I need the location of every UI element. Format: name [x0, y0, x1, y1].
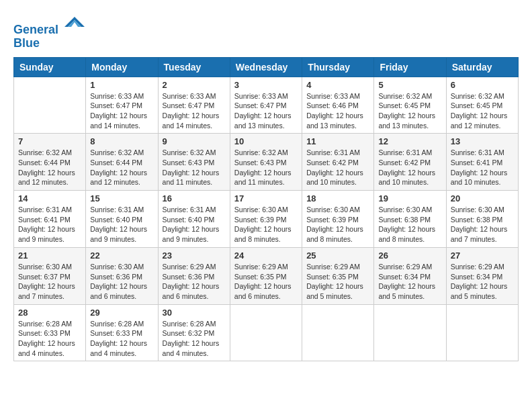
logo-blue: Blue — [13, 37, 85, 50]
day-number: 13 — [451, 136, 514, 146]
weekday-header-wednesday: Wednesday — [230, 57, 302, 77]
day-number: 29 — [90, 308, 153, 318]
calendar-week-2: 7Sunrise: 6:32 AM Sunset: 6:44 PM Daylig… — [14, 134, 519, 191]
day-info: Sunrise: 6:30 AM Sunset: 6:38 PM Dayligh… — [451, 205, 514, 244]
calendar-cell — [14, 77, 86, 134]
day-number: 18 — [306, 193, 369, 203]
day-info: Sunrise: 6:32 AM Sunset: 6:43 PM Dayligh… — [163, 148, 226, 187]
calendar-cell: 17Sunrise: 6:30 AM Sunset: 6:39 PM Dayli… — [230, 191, 302, 248]
day-number: 2 — [163, 80, 226, 90]
calendar-cell: 22Sunrise: 6:30 AM Sunset: 6:36 PM Dayli… — [86, 247, 158, 304]
calendar-cell: 10Sunrise: 6:32 AM Sunset: 6:43 PM Dayli… — [230, 134, 302, 191]
day-info: Sunrise: 6:31 AM Sunset: 6:40 PM Dayligh… — [163, 205, 226, 244]
logo-text: General — [13, 13, 85, 37]
day-info: Sunrise: 6:30 AM Sunset: 6:39 PM Dayligh… — [234, 205, 298, 244]
calendar-cell: 25Sunrise: 6:29 AM Sunset: 6:35 PM Dayli… — [302, 247, 374, 304]
day-number: 30 — [163, 308, 226, 318]
day-info: Sunrise: 6:31 AM Sunset: 6:41 PM Dayligh… — [451, 148, 514, 187]
day-number: 21 — [18, 250, 81, 261]
day-number: 17 — [234, 193, 298, 203]
calendar-cell: 3Sunrise: 6:33 AM Sunset: 6:47 PM Daylig… — [230, 77, 302, 134]
calendar-cell: 14Sunrise: 6:31 AM Sunset: 6:41 PM Dayli… — [14, 191, 86, 248]
day-info: Sunrise: 6:30 AM Sunset: 6:36 PM Dayligh… — [90, 262, 153, 302]
calendar-cell: 12Sunrise: 6:31 AM Sunset: 6:42 PM Dayli… — [374, 134, 446, 191]
calendar-cell: 21Sunrise: 6:30 AM Sunset: 6:37 PM Dayli… — [14, 247, 86, 304]
day-info: Sunrise: 6:28 AM Sunset: 6:33 PM Dayligh… — [18, 319, 81, 359]
weekday-header-sunday: Sunday — [14, 57, 86, 77]
calendar-body: 1Sunrise: 6:33 AM Sunset: 6:47 PM Daylig… — [14, 77, 519, 361]
day-info: Sunrise: 6:33 AM Sunset: 6:46 PM Dayligh… — [306, 91, 369, 131]
calendar-cell: 7Sunrise: 6:32 AM Sunset: 6:44 PM Daylig… — [14, 134, 86, 191]
day-number: 4 — [306, 80, 369, 90]
day-info: Sunrise: 6:31 AM Sunset: 6:42 PM Dayligh… — [306, 148, 369, 187]
day-number: 1 — [90, 80, 153, 90]
calendar-cell — [302, 304, 374, 361]
day-number: 20 — [451, 193, 514, 203]
day-number: 6 — [451, 80, 514, 90]
day-info: Sunrise: 6:31 AM Sunset: 6:41 PM Dayligh… — [18, 205, 81, 244]
day-info: Sunrise: 6:32 AM Sunset: 6:44 PM Dayligh… — [90, 148, 153, 187]
day-number: 11 — [306, 136, 369, 146]
calendar-cell: 9Sunrise: 6:32 AM Sunset: 6:43 PM Daylig… — [158, 134, 230, 191]
day-info: Sunrise: 6:28 AM Sunset: 6:32 PM Dayligh… — [163, 319, 226, 359]
day-number: 22 — [90, 250, 153, 261]
calendar-table: SundayMondayTuesdayWednesdayThursdayFrid… — [13, 57, 519, 362]
day-info: Sunrise: 6:29 AM Sunset: 6:35 PM Dayligh… — [306, 262, 369, 302]
calendar-cell: 2Sunrise: 6:33 AM Sunset: 6:47 PM Daylig… — [158, 77, 230, 134]
day-info: Sunrise: 6:32 AM Sunset: 6:45 PM Dayligh… — [378, 91, 441, 131]
calendar-cell: 6Sunrise: 6:32 AM Sunset: 6:45 PM Daylig… — [446, 77, 518, 134]
day-number: 27 — [451, 250, 514, 261]
weekday-header-monday: Monday — [86, 57, 158, 77]
day-info: Sunrise: 6:30 AM Sunset: 6:37 PM Dayligh… — [18, 262, 81, 302]
calendar-week-3: 14Sunrise: 6:31 AM Sunset: 6:41 PM Dayli… — [14, 191, 519, 248]
weekday-header-saturday: Saturday — [446, 57, 518, 77]
logo: General Blue — [13, 13, 85, 50]
calendar-cell: 13Sunrise: 6:31 AM Sunset: 6:41 PM Dayli… — [446, 134, 518, 191]
day-info: Sunrise: 6:33 AM Sunset: 6:47 PM Dayligh… — [163, 91, 226, 131]
page-header: General Blue — [13, 13, 519, 50]
day-number: 26 — [378, 250, 441, 261]
day-number: 28 — [18, 308, 81, 318]
day-number: 23 — [163, 250, 226, 261]
day-info: Sunrise: 6:30 AM Sunset: 6:39 PM Dayligh… — [306, 205, 369, 244]
calendar-cell: 23Sunrise: 6:29 AM Sunset: 6:36 PM Dayli… — [158, 247, 230, 304]
calendar-cell: 26Sunrise: 6:29 AM Sunset: 6:34 PM Dayli… — [374, 247, 446, 304]
calendar-cell: 29Sunrise: 6:28 AM Sunset: 6:33 PM Dayli… — [86, 304, 158, 361]
logo-icon — [64, 13, 85, 34]
day-info: Sunrise: 6:30 AM Sunset: 6:38 PM Dayligh… — [378, 205, 441, 244]
day-info: Sunrise: 6:32 AM Sunset: 6:45 PM Dayligh… — [451, 91, 514, 131]
day-number: 24 — [234, 250, 298, 261]
calendar-cell: 16Sunrise: 6:31 AM Sunset: 6:40 PM Dayli… — [158, 191, 230, 248]
calendar-week-5: 28Sunrise: 6:28 AM Sunset: 6:33 PM Dayli… — [14, 304, 519, 361]
calendar-cell: 20Sunrise: 6:30 AM Sunset: 6:38 PM Dayli… — [446, 191, 518, 248]
calendar-cell: 28Sunrise: 6:28 AM Sunset: 6:33 PM Dayli… — [14, 304, 86, 361]
calendar-cell — [374, 304, 446, 361]
day-number: 3 — [234, 80, 298, 90]
weekday-header-row: SundayMondayTuesdayWednesdayThursdayFrid… — [14, 57, 519, 77]
calendar-week-1: 1Sunrise: 6:33 AM Sunset: 6:47 PM Daylig… — [14, 77, 519, 134]
calendar-cell: 5Sunrise: 6:32 AM Sunset: 6:45 PM Daylig… — [374, 77, 446, 134]
calendar-cell: 11Sunrise: 6:31 AM Sunset: 6:42 PM Dayli… — [302, 134, 374, 191]
day-info: Sunrise: 6:29 AM Sunset: 6:36 PM Dayligh… — [163, 262, 226, 302]
calendar-cell: 8Sunrise: 6:32 AM Sunset: 6:44 PM Daylig… — [86, 134, 158, 191]
weekday-header-friday: Friday — [374, 57, 446, 77]
day-number: 14 — [18, 193, 81, 203]
day-info: Sunrise: 6:31 AM Sunset: 6:40 PM Dayligh… — [90, 205, 153, 244]
weekday-header-tuesday: Tuesday — [158, 57, 230, 77]
calendar-cell: 24Sunrise: 6:29 AM Sunset: 6:35 PM Dayli… — [230, 247, 302, 304]
day-number: 5 — [378, 80, 441, 90]
calendar-cell — [446, 304, 518, 361]
day-info: Sunrise: 6:31 AM Sunset: 6:42 PM Dayligh… — [378, 148, 441, 187]
calendar-cell: 4Sunrise: 6:33 AM Sunset: 6:46 PM Daylig… — [302, 77, 374, 134]
day-number: 15 — [90, 193, 153, 203]
logo-general: General — [13, 23, 58, 36]
day-number: 7 — [18, 136, 81, 146]
calendar-cell: 1Sunrise: 6:33 AM Sunset: 6:47 PM Daylig… — [86, 77, 158, 134]
day-number: 8 — [90, 136, 153, 146]
day-info: Sunrise: 6:32 AM Sunset: 6:43 PM Dayligh… — [234, 148, 298, 187]
day-number: 25 — [306, 250, 369, 261]
day-info: Sunrise: 6:29 AM Sunset: 6:34 PM Dayligh… — [378, 262, 441, 302]
day-number: 9 — [163, 136, 226, 146]
day-number: 19 — [378, 193, 441, 203]
day-info: Sunrise: 6:33 AM Sunset: 6:47 PM Dayligh… — [90, 91, 153, 131]
